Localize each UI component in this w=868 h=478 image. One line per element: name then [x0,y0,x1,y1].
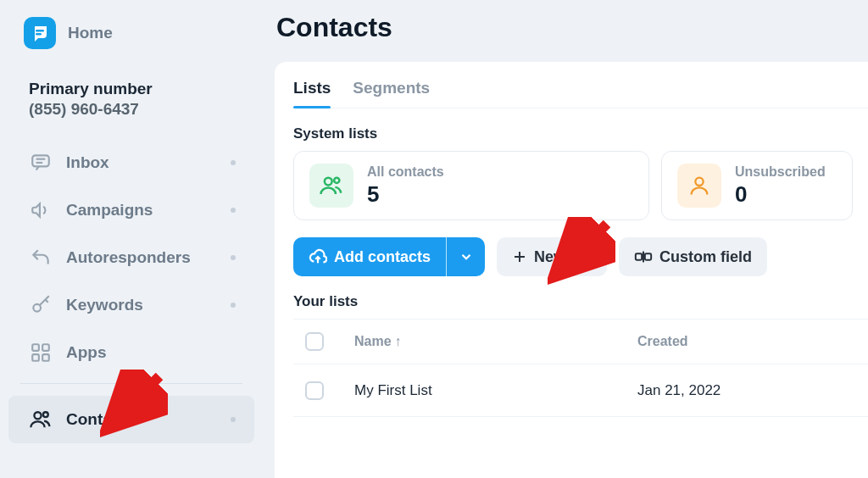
svg-rect-9 [42,354,49,361]
card-label: Unsubscribed [735,164,826,180]
svg-point-10 [34,412,41,419]
nav-item-campaigns[interactable]: Campaigns [8,186,254,234]
nav-list: Inbox Campaigns Autoresponders Keywords … [8,139,254,443]
svg-point-14 [695,178,703,186]
add-contacts-button[interactable]: Add contacts [293,237,446,276]
card-count: 0 [735,181,826,208]
system-lists-row: All contacts 5 Unsubscribed 0 [293,151,868,220]
tab-lists[interactable]: Lists [293,79,331,108]
svg-point-11 [43,412,48,417]
nav-item-apps[interactable]: Apps [8,329,254,376]
upload-cloud-icon [309,247,327,266]
custom-field-icon [634,247,653,266]
svg-point-12 [325,178,332,186]
reply-icon [29,246,53,270]
svg-rect-2 [32,155,49,166]
app-logo-icon [24,17,56,49]
nav-item-keywords[interactable]: Keywords [8,281,254,329]
card-text: Unsubscribed 0 [735,164,826,208]
system-lists-label: System lists [293,125,868,142]
custom-field-button[interactable]: Custom field [619,237,767,276]
select-all-checkbox[interactable] [305,332,324,351]
table-header: Name↑ Created [293,319,868,364]
button-label: New list [534,248,592,266]
primary-number-block[interactable]: Primary number (855) 960-6437 [8,80,254,119]
svg-point-13 [334,178,339,183]
col-created-label: Created [637,334,688,348]
card-label: All contacts [367,164,444,180]
page-title: Contacts [276,12,868,43]
svg-rect-16 [645,253,651,259]
your-lists-label: Your lists [293,293,868,310]
svg-rect-1 [36,33,42,35]
contacts-icon [29,408,53,431]
tabs: Lists Segments [293,79,868,108]
button-label: Custom field [659,248,752,266]
card-count: 5 [367,181,444,208]
nav-item-inbox[interactable]: Inbox [8,139,254,186]
col-created-header[interactable]: Created [637,334,868,349]
nav-label: Inbox [66,153,109,172]
primary-number-value: (855) 960-6437 [29,100,254,119]
row-check [293,381,354,400]
sort-asc-icon: ↑ [395,334,402,348]
nav-label: Apps [66,343,107,362]
row-created: Jan 21, 2022 [637,382,868,399]
user-icon [677,164,721,208]
nav-label: Campaigns [66,201,153,220]
card-text: All contacts 5 [367,164,444,208]
main: Contacts Lists Segments System lists All… [263,0,868,478]
key-icon [29,293,53,317]
table-row[interactable]: My First List Jan 21, 2022 [293,364,868,417]
chevron-down-icon [459,249,474,264]
svg-rect-0 [36,30,44,31]
svg-point-5 [33,304,41,312]
card-unsubscribed[interactable]: Unsubscribed 0 [661,151,853,220]
nav-item-autoresponders[interactable]: Autoresponders [8,234,254,281]
tab-segments[interactable]: Segments [353,79,430,108]
svg-rect-6 [32,344,39,351]
card-all-contacts[interactable]: All contacts 5 [293,151,649,220]
button-label: Add contacts [334,248,431,266]
action-row: Add contacts New list Custom field [293,237,868,276]
grid-icon [29,341,53,364]
add-contacts-group: Add contacts [293,237,485,276]
primary-number-title: Primary number [29,80,254,98]
col-name-label: Name [354,334,392,348]
megaphone-icon [29,198,53,222]
nav-label: Contacts [66,410,135,429]
svg-rect-8 [32,354,39,361]
col-name-header[interactable]: Name↑ [354,334,637,349]
new-list-button[interactable]: New list [497,237,607,276]
nav-label: Autoresponders [66,248,191,267]
chat-icon [29,151,53,175]
add-contacts-dropdown-button[interactable] [446,237,485,276]
users-icon [309,164,353,208]
dot-icon [231,208,236,213]
col-check [293,332,354,351]
plus-icon [512,249,527,264]
nav-label: Keywords [66,296,143,314]
dot-icon [231,255,236,260]
nav-item-contacts[interactable]: Contacts [8,396,254,443]
row-name: My First List [354,382,637,399]
divider [20,383,242,384]
sidebar: Home Primary number (855) 960-6437 Inbox… [0,0,263,478]
home-link[interactable]: Home [68,24,113,42]
svg-rect-15 [636,253,642,259]
dot-icon [231,417,236,422]
dot-icon [231,160,236,165]
svg-rect-7 [42,344,49,351]
content-panel: Lists Segments System lists All contacts… [275,62,868,478]
row-checkbox[interactable] [305,381,324,400]
dot-icon [231,303,236,308]
logo-row[interactable]: Home [8,17,254,49]
